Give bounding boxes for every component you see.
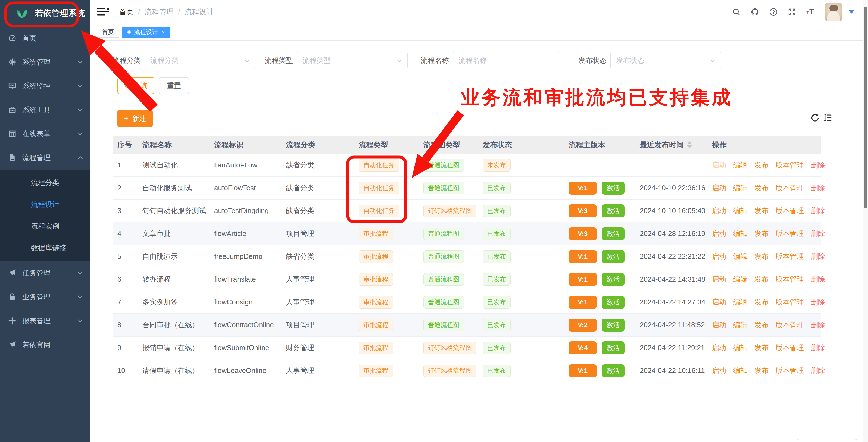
version-manage-action[interactable]: 版本管理 bbox=[776, 274, 804, 284]
version-manage-action[interactable]: 版本管理 bbox=[776, 229, 804, 238]
edit-action[interactable]: 编辑 bbox=[733, 297, 747, 307]
edit-action[interactable]: 编辑 bbox=[733, 160, 747, 170]
publish-action[interactable]: 发布 bbox=[754, 183, 769, 193]
edit-action[interactable]: 编辑 bbox=[733, 183, 747, 193]
sidebar-subitem-flow-category[interactable]: 流程分类 bbox=[0, 172, 90, 194]
publish-action[interactable]: 发布 bbox=[754, 297, 769, 307]
sort-asc-icon[interactable] bbox=[687, 141, 692, 144]
sort-desc-icon[interactable] bbox=[687, 145, 692, 148]
start-action[interactable]: 启动 bbox=[712, 320, 726, 330]
breadcrumb-item: 流程设计 bbox=[185, 7, 214, 17]
diagram-type-badge: 普通流程图 bbox=[424, 296, 464, 308]
delete-action[interactable]: 删除 bbox=[811, 206, 825, 215]
reset-button[interactable]: 重置 bbox=[159, 77, 189, 94]
tab-首页[interactable]: 首页 bbox=[97, 27, 119, 37]
scrollbar-thumb[interactable] bbox=[864, 6, 867, 208]
filter-name-input[interactable] bbox=[453, 52, 559, 69]
publish-action[interactable]: 发布 bbox=[754, 343, 769, 353]
delete-action[interactable]: 删除 bbox=[811, 343, 825, 353]
delete-action[interactable]: 删除 bbox=[811, 252, 825, 261]
delete-action[interactable]: 删除 bbox=[811, 160, 825, 170]
start-action[interactable]: 启动 bbox=[712, 206, 726, 215]
start-action[interactable]: 启动 bbox=[712, 366, 726, 375]
delete-action[interactable]: 删除 bbox=[811, 366, 825, 375]
sidebar-subitem-db-link[interactable]: 数据库链接 bbox=[0, 237, 90, 259]
edit-action[interactable]: 编辑 bbox=[733, 274, 747, 284]
avatar[interactable] bbox=[825, 3, 842, 21]
sidebar-item-report-admin[interactable]: 报表管理 bbox=[0, 309, 90, 333]
version-manage-action[interactable]: 版本管理 bbox=[776, 160, 804, 170]
create-button[interactable]: + 新建 bbox=[117, 110, 153, 127]
column-header-label: 最近发布时间 bbox=[640, 140, 684, 150]
sidebar-item-system-tools[interactable]: 系统工具 bbox=[0, 98, 90, 122]
density-icon[interactable] bbox=[823, 113, 832, 122]
start-action[interactable]: 启动 bbox=[712, 183, 726, 193]
sidebar-item-ruoyi-site[interactable]: 若依官网 bbox=[0, 333, 90, 357]
edit-action[interactable]: 编辑 bbox=[733, 229, 747, 238]
start-action[interactable]: 启动 bbox=[712, 343, 726, 353]
edit-action[interactable]: 编辑 bbox=[733, 252, 747, 261]
filter-status-select[interactable] bbox=[610, 52, 721, 69]
caret-down-icon[interactable] bbox=[848, 10, 855, 13]
start-action[interactable]: 启动 bbox=[712, 274, 726, 284]
process-type-badge: 自动化任务 bbox=[359, 205, 399, 217]
chevron-up-icon bbox=[77, 156, 83, 159]
version-manage-action[interactable]: 版本管理 bbox=[776, 206, 804, 215]
version-manage-action[interactable]: 版本管理 bbox=[776, 366, 804, 375]
active-badge: 激活 bbox=[602, 204, 624, 217]
version-manage-action[interactable]: 版本管理 bbox=[776, 252, 804, 261]
breadcrumb-item[interactable]: 首页 bbox=[119, 7, 134, 17]
tab-流程设计[interactable]: 流程设计× bbox=[122, 27, 170, 37]
delete-action[interactable]: 删除 bbox=[811, 183, 825, 193]
sidebar-collapse-icon[interactable] bbox=[97, 7, 109, 17]
sidebar-subitem-label: 流程设计 bbox=[31, 200, 59, 209]
version-manage-action[interactable]: 版本管理 bbox=[776, 297, 804, 307]
publish-action[interactable]: 发布 bbox=[754, 160, 769, 170]
start-action[interactable]: 启动 bbox=[712, 297, 726, 307]
sidebar-item-system-admin[interactable]: 系统管理 bbox=[0, 50, 90, 74]
edit-action[interactable]: 编辑 bbox=[733, 366, 747, 375]
search-button[interactable]: 查询 bbox=[117, 77, 154, 94]
edit-action[interactable]: 编辑 bbox=[733, 320, 747, 330]
app-logo[interactable]: 若依管理系统 bbox=[0, 0, 90, 26]
delete-action[interactable]: 删除 bbox=[811, 320, 825, 330]
sidebar-item-online-forms[interactable]: 在线表单 bbox=[0, 122, 90, 146]
delete-action[interactable]: 删除 bbox=[811, 274, 825, 284]
sort-caret-icon[interactable] bbox=[687, 141, 692, 148]
sidebar-subitem-label: 数据库链接 bbox=[31, 243, 66, 253]
sidebar-item-flow-admin[interactable]: 流程管理 bbox=[0, 146, 90, 170]
publish-action[interactable]: 发布 bbox=[754, 320, 769, 330]
filter-category-select[interactable] bbox=[145, 52, 255, 69]
table-row: 3钉钉自动化服务测试autoTestDingding缺省分类自动化任务钉钉风格流… bbox=[113, 200, 821, 223]
sidebar-item-task-admin[interactable]: 任务管理 bbox=[0, 261, 90, 285]
version-manage-action[interactable]: 版本管理 bbox=[776, 343, 804, 353]
publish-action[interactable]: 发布 bbox=[754, 206, 769, 215]
refresh-icon[interactable] bbox=[810, 113, 819, 122]
start-action[interactable]: 启动 bbox=[712, 252, 726, 261]
row-actions: 启动编辑发布版本管理删除 bbox=[708, 297, 825, 307]
edit-action[interactable]: 编辑 bbox=[733, 206, 747, 215]
version-manage-action[interactable]: 版本管理 bbox=[776, 320, 804, 330]
edit-action[interactable]: 编辑 bbox=[733, 343, 747, 353]
filter-type-select[interactable] bbox=[297, 52, 408, 69]
delete-action[interactable]: 删除 bbox=[811, 229, 825, 238]
sidebar-item-home[interactable]: 首页 bbox=[0, 26, 90, 50]
version-manage-action[interactable]: 版本管理 bbox=[776, 183, 804, 193]
sidebar-subitem-flow-instance[interactable]: 流程实例 bbox=[0, 215, 90, 237]
sidebar-item-system-monitor[interactable]: 系统监控 bbox=[0, 74, 90, 98]
publish-action[interactable]: 发布 bbox=[754, 366, 769, 375]
version-badge: V:1 bbox=[568, 273, 597, 286]
table-row: 5自由跳演示freeJumpDemo缺省分类审批流程普通流程图已发布V:1激活2… bbox=[113, 245, 821, 268]
sidebar-item-business-admin[interactable]: 业务管理 bbox=[0, 285, 90, 309]
publish-action[interactable]: 发布 bbox=[754, 229, 769, 238]
chevron-down-icon bbox=[77, 108, 83, 112]
start-action[interactable]: 启动 bbox=[712, 160, 726, 170]
sidebar-subitem-flow-design[interactable]: 流程设计 bbox=[0, 194, 90, 215]
delete-action[interactable]: 删除 bbox=[811, 297, 825, 307]
pagination-partial[interactable] bbox=[797, 439, 857, 442]
close-icon[interactable]: × bbox=[162, 29, 165, 35]
publish-action[interactable]: 发布 bbox=[754, 274, 769, 284]
start-action[interactable]: 启动 bbox=[712, 229, 726, 238]
scrollbar[interactable] bbox=[863, 0, 868, 442]
publish-action[interactable]: 发布 bbox=[754, 252, 769, 261]
